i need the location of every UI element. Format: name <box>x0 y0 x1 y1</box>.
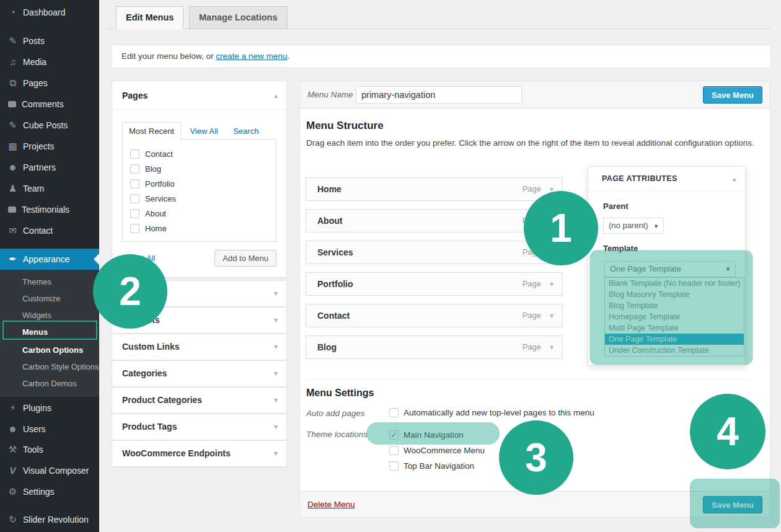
collapse-arrow-icon[interactable]: ▴ <box>274 81 278 110</box>
sidebar-item-label: Contact <box>23 226 53 236</box>
collapse-arrow-icon[interactable]: ▴ <box>733 167 736 191</box>
sidebar-item-contact[interactable]: ✉Contact <box>0 220 99 241</box>
checkbox[interactable] <box>130 209 139 218</box>
tab-view-all[interactable]: View All <box>183 123 224 140</box>
tab-manage-locations[interactable]: Manage Locations <box>189 6 288 29</box>
tab-edit-menus[interactable]: Edit Menus <box>116 6 183 29</box>
section-divider <box>306 379 749 379</box>
menu-item-blog[interactable]: BlogPage▾ <box>306 335 563 359</box>
sidebar-item-testimonials[interactable]: Testimonials <box>0 199 99 220</box>
sidebar-item-comments[interactable]: Comments <box>0 94 99 115</box>
menu-item-type: Page <box>523 210 541 232</box>
accordion-product-tags[interactable]: Product Tags▾ <box>112 414 287 440</box>
sidebar-item-team[interactable]: ♟Team <box>0 178 99 199</box>
sidebar-item-settings[interactable]: ⚙Settings <box>0 481 99 502</box>
sidebar-item-pages[interactable]: ⧉Pages <box>0 73 99 94</box>
sidebar-item-projects[interactable]: ▦Projects <box>0 136 99 157</box>
accordion-products[interactable]: Products▾ <box>112 307 287 334</box>
sidebar-item-appearance[interactable]: ✒Appearance <box>0 249 99 270</box>
chevron-down-icon[interactable]: ▾ <box>274 308 278 333</box>
accordion-custom-links[interactable]: Custom Links▾ <box>112 334 287 360</box>
template-option[interactable]: Homepage Template <box>605 311 744 322</box>
checkbox[interactable] <box>389 446 399 455</box>
chevron-down-icon[interactable]: ▾ <box>550 210 554 232</box>
sidebar-item-slider-revolution[interactable]: ↻Slider Revolution <box>0 509 99 530</box>
accordion-woocommerce-endpoints[interactable]: WooCommerce Endpoints▾ <box>112 440 287 467</box>
sidebar-item-media[interactable]: ♫Media <box>0 51 99 73</box>
select-all-link[interactable]: Select All <box>122 254 155 263</box>
check-icon: ✓ <box>390 431 398 440</box>
submenu-item-widgets[interactable]: Widgets <box>0 307 99 324</box>
submenu-item-customize[interactable]: Customize <box>0 290 99 307</box>
checkbox-label: Automatically add new top-level pages to… <box>404 408 594 417</box>
checkbox[interactable] <box>389 408 399 417</box>
chevron-down-icon[interactable]: ▾ <box>550 336 554 358</box>
template-option-selected[interactable]: One Page Template <box>605 334 744 345</box>
edit-menu-notice: Edit your menu below, or create a new me… <box>112 45 771 68</box>
sidebar-item-tools[interactable]: ⚒Tools <box>0 439 99 460</box>
submenu-item-themes[interactable]: Themes <box>0 273 99 290</box>
save-menu-button-top[interactable]: Save Menu <box>703 86 762 104</box>
sidebar-item-visual-composer[interactable]: VVisual Composer <box>0 460 99 481</box>
chevron-down-icon[interactable]: ▾ <box>274 441 278 466</box>
checkbox[interactable] <box>130 164 139 174</box>
menu-item-contact[interactable]: ContactPage▾ <box>306 304 563 327</box>
submenu-item-carbon-demos[interactable]: Carbon Demos <box>0 375 99 392</box>
menu-item-services[interactable]: ServicesPage▾ <box>306 241 563 264</box>
chevron-down-icon[interactable]: ▾ <box>550 241 554 264</box>
menu-item-label: Contact <box>317 311 350 321</box>
checkbox[interactable] <box>130 224 139 233</box>
submenu-item-menus[interactable]: Menus <box>0 324 99 340</box>
template-select[interactable]: One Page Template ▼ <box>604 261 736 277</box>
chevron-down-icon[interactable]: ▾ <box>274 414 278 440</box>
template-option[interactable]: Blank Template (No header nor footer) <box>605 278 744 289</box>
sidebar-item-cube-posts[interactable]: ✎Cube Posts <box>0 115 99 136</box>
chevron-down-icon[interactable]: ▾ <box>550 304 554 327</box>
chevron-down-icon[interactable]: ▾ <box>274 388 278 413</box>
template-option[interactable]: Under Construction Template <box>605 345 744 356</box>
accordion-posts[interactable]: Posts▾ <box>112 280 287 307</box>
checkbox-checked[interactable]: ✓ <box>389 430 399 440</box>
theme-locations-label: Theme locations <box>306 430 368 439</box>
sidebar-item-partners[interactable]: ☻Partners <box>0 157 99 178</box>
tab-search[interactable]: Search <box>227 123 265 140</box>
submenu-item-carbon-style-options[interactable]: Carbon Style Options <box>0 358 99 375</box>
menu-item-home[interactable]: HomePage▾ <box>306 177 563 201</box>
template-option[interactable]: Blog Template <box>605 300 744 311</box>
create-new-menu-link[interactable]: create a new menu <box>216 51 287 61</box>
template-option[interactable]: Multi Page Template <box>605 322 744 334</box>
page-attributes-header[interactable]: PAGE ATTRIBUTES ▴ <box>588 167 745 191</box>
sidebar-item-plugins[interactable]: ⚡Plugins <box>0 397 99 419</box>
pushpin-icon: ✎ <box>7 115 19 136</box>
submenu-item-carbon-options[interactable]: Carbon Options <box>0 342 99 358</box>
chevron-down-icon[interactable]: ▾ <box>550 273 554 295</box>
checkbox[interactable] <box>130 194 139 203</box>
parent-select[interactable]: (no parent) ▼ <box>603 218 664 234</box>
chevron-down-icon[interactable]: ▾ <box>274 281 278 306</box>
chevron-down-icon[interactable]: ▾ <box>274 361 278 386</box>
menu-item-portfolio[interactable]: PortfolioPage▾ <box>306 272 563 296</box>
menu-name-input[interactable] <box>356 86 522 104</box>
pages-metabox-title: Pages <box>122 91 148 100</box>
accordion-categories[interactable]: Categories▾ <box>112 360 287 387</box>
checkbox-label: Top Bar Navigation <box>404 461 474 471</box>
chevron-down-icon[interactable]: ▾ <box>274 334 278 360</box>
chevron-down-icon[interactable]: ▾ <box>550 178 554 200</box>
delete-menu-link[interactable]: Delete Menu <box>307 492 355 518</box>
add-to-menu-button[interactable]: Add to Menu <box>214 250 276 267</box>
tab-most-recent[interactable]: Most Recent <box>122 122 181 140</box>
template-option[interactable]: Blog Masonry Template <box>605 289 744 300</box>
checkbox[interactable] <box>130 149 139 159</box>
checkbox[interactable] <box>389 461 399 471</box>
sidebar-item-users[interactable]: ☻Users <box>0 419 99 440</box>
template-select-value: One Page Template <box>610 264 681 273</box>
menu-item-about[interactable]: AboutPage▾ <box>306 209 563 233</box>
checkbox-label: WooCommerce Menu <box>404 446 485 455</box>
sidebar-item-posts[interactable]: ✎Posts <box>0 30 99 51</box>
save-menu-button-bottom[interactable]: Save Menu <box>703 496 762 513</box>
accordion-product-categories[interactable]: Product Categories▾ <box>112 387 287 414</box>
pages-metabox-header[interactable]: Pages ▴ <box>112 81 286 110</box>
checkbox[interactable] <box>130 179 139 188</box>
sidebar-item-dashboard[interactable]: ◔Dashboard <box>0 2 99 23</box>
accordion-label: Product Tags <box>122 422 177 432</box>
